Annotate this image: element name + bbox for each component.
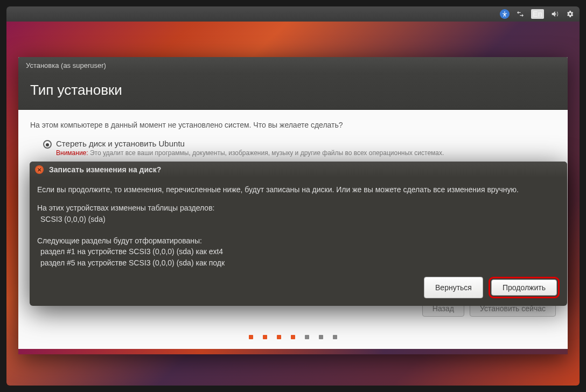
confirm-write-dialog: ✕ Записать изменения на диск? Если вы пр… — [30, 162, 567, 306]
window-titlebar: Установка (as superuser) — [18, 57, 568, 73]
screen-frame: En Установка (as superuser) Тип установк… — [6, 6, 580, 386]
settings-gear-icon[interactable] — [566, 10, 574, 18]
warning-label: Внимание: — [56, 149, 88, 157]
volume-icon[interactable] — [550, 10, 559, 18]
fmt-label: Следующие разделы будут отформатированы: — [37, 235, 560, 246]
pt-label: На этих устройствах изменены таблицы раз… — [37, 202, 560, 213]
top-panel: En — [6, 6, 580, 22]
format-section: Следующие разделы будут отформатированы:… — [37, 235, 560, 268]
dialog-footer: Вернуться Продолжить — [30, 277, 567, 306]
dialog-title: Записать изменения на диск? — [49, 165, 161, 174]
svg-point-0 — [504, 11, 505, 12]
dot — [305, 335, 309, 339]
window-title: Установка (as superuser) — [26, 61, 106, 69]
language-indicator[interactable]: En — [531, 9, 544, 19]
continue-button[interactable]: Продолжить — [491, 279, 557, 296]
installer-question: На этом компьютере в данный момент не ус… — [30, 121, 556, 129]
dot — [319, 335, 323, 339]
radio-icon — [43, 140, 52, 149]
warning-text: Это удалит все ваши программы, документы… — [88, 149, 444, 157]
dot — [333, 335, 337, 339]
installer-content: На этом компьютере в данный момент не ус… — [18, 110, 568, 167]
dot — [291, 335, 295, 339]
accessibility-icon[interactable] — [500, 9, 510, 19]
progress-dots — [249, 335, 337, 339]
option-label: Стереть диск и установить Ubuntu — [56, 139, 444, 148]
dot — [249, 335, 253, 339]
network-icon[interactable] — [516, 10, 525, 18]
fmt-line: раздел #1 на устройстве SCSI3 (0,0,0) (s… — [37, 246, 560, 257]
dialog-body: Если вы продолжите, то изменения, перечи… — [30, 178, 567, 277]
continue-highlight: Продолжить — [489, 277, 560, 298]
option-erase-disk[interactable]: Стереть диск и установить Ubuntu Внимани… — [30, 139, 556, 157]
pt-device: SCSI3 (0,0,0) (sda) — [37, 214, 560, 225]
dialog-titlebar: ✕ Записать изменения на диск? — [30, 162, 567, 178]
dot — [263, 335, 267, 339]
return-button[interactable]: Вернуться — [424, 277, 483, 298]
dialog-intro: Если вы продолжите, то изменения, перечи… — [37, 184, 560, 195]
decorative-strip — [18, 349, 568, 354]
fmt-line: раздел #5 на устройстве SCSI3 (0,0,0) (s… — [37, 257, 560, 268]
dot — [277, 335, 281, 339]
close-icon[interactable]: ✕ — [35, 165, 44, 174]
installer-heading: Тип установки — [18, 73, 568, 110]
partition-tables-section: На этих устройствах изменены таблицы раз… — [37, 202, 560, 225]
